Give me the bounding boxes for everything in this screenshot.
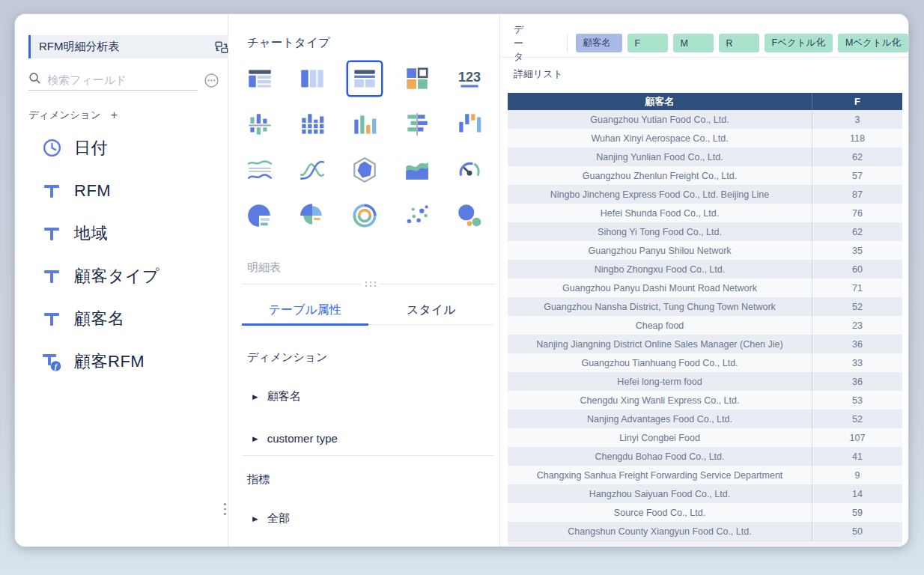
chart-type-bubble-icon[interactable]: [453, 199, 486, 232]
cell-customer-name: Chengdu Bohao Food Co., Ltd.: [508, 447, 812, 466]
field-pill-Fベクトル化[interactable]: Fベクトル化: [765, 34, 833, 52]
field-pill-R[interactable]: R: [719, 34, 759, 52]
chart-type-title: チャートタイプ: [247, 35, 330, 51]
chart-type-stacked-column-icon[interactable]: [243, 108, 276, 141]
cell-customer-name: Changxing Sanhua Freight Forwarding Serv…: [508, 466, 812, 484]
chart-type-gauge-icon[interactable]: [453, 153, 486, 186]
table-row: Cheap food23: [508, 316, 902, 335]
chart-type-waterfall-icon[interactable]: [453, 108, 486, 141]
cell-f-value: 52: [812, 297, 902, 316]
table-row: Changxing Sanhua Freight Forwarding Serv…: [508, 466, 902, 484]
table-row: Changshun County Xiangyun Food Co., Ltd.…: [508, 522, 902, 541]
more-options-icon[interactable]: [204, 73, 220, 89]
measure-item-list: ▶全部: [252, 497, 477, 539]
cell-customer-name: Linyi Congbei Food: [508, 428, 812, 447]
expand-arrow-icon[interactable]: ▶: [252, 514, 258, 522]
chart-type-bar-icon[interactable]: [401, 108, 434, 141]
column-header-f: F: [812, 93, 902, 110]
detail-table[interactable]: 顧客名 F Guangzhou Yutian Food Co., Ltd.3Wu…: [508, 93, 902, 546]
field-label: RFM: [74, 181, 111, 201]
cell-f-value: 62: [812, 147, 902, 166]
chart-type-detail-table-icon[interactable]: [348, 62, 381, 95]
chart-type-radar-icon[interactable]: [348, 153, 381, 186]
chart-name-label: 明細表: [247, 261, 281, 275]
chart-type-donut-icon[interactable]: [348, 199, 381, 232]
chart-type-stream-icon[interactable]: [243, 153, 276, 186]
chart-type-column-icon[interactable]: [296, 108, 329, 141]
clock-icon: [41, 138, 62, 159]
search-input[interactable]: [47, 73, 174, 86]
chart-type-kpi-card-icon[interactable]: 123: [453, 62, 486, 95]
table-row: Ningbo Jincheng Express Food Co., Ltd. B…: [508, 185, 902, 204]
cell-f-value: 107: [812, 428, 902, 447]
partial-row: [508, 541, 902, 546]
table-row: Wuhan Xinyi Aerospace Co., Ltd.118: [508, 129, 902, 147]
text-icon: [41, 223, 62, 244]
tab-table-attributes[interactable]: テーブル属性: [242, 297, 368, 324]
field-sidebar: RFM明細分析表 ディメンション + 日付RFM地域顧客タイプ顧客名f顧: [15, 14, 228, 547]
cell-customer-name: Guangzhou Zhenlun Freight Co., Ltd.: [508, 166, 812, 185]
field-label: 顧客名: [74, 308, 125, 330]
chart-type-grid: 123: [243, 62, 494, 232]
expand-item-customer type[interactable]: ▶customer type: [252, 417, 477, 459]
chart-type-scatter-icon[interactable]: [401, 199, 434, 232]
table-row: Nanjing Jiangning District Online Sales …: [508, 335, 902, 353]
expand-arrow-icon[interactable]: ▶: [252, 434, 258, 442]
expand-item-顧客名[interactable]: ▶顧客名: [252, 375, 477, 417]
expand-item-label: 全部: [267, 511, 290, 526]
expand-item-label: 顧客名: [267, 389, 301, 404]
field-item-2[interactable]: RFM: [41, 169, 221, 212]
table-row: Chengdu Bohao Food Co., Ltd.41: [508, 447, 902, 466]
chart-type-multicolor-column-icon[interactable]: [348, 108, 381, 141]
field-item-6[interactable]: f顧客RFM: [41, 340, 221, 383]
drag-handle-icon[interactable]: [362, 282, 380, 287]
chart-type-pie-icon[interactable]: [243, 199, 276, 232]
cell-f-value: 14: [812, 484, 902, 503]
add-field-button[interactable]: +: [111, 109, 118, 121]
cell-f-value: 35: [812, 241, 902, 260]
text-formula-icon: f: [41, 351, 62, 372]
cell-customer-name: Sihong Yi Tong Food Co., Ltd.: [508, 222, 812, 241]
chart-type-line-icon[interactable]: [296, 153, 329, 186]
chart-type-rose-icon[interactable]: [296, 199, 329, 232]
tab-style[interactable]: スタイル: [368, 297, 495, 324]
table-row: Chengdu Xing Wanli Express Co., Ltd.53: [508, 391, 902, 410]
table-row: Nanjing Yunlian Food Co., Ltd.62: [508, 147, 902, 166]
vertical-separator: [567, 34, 568, 52]
cell-customer-name: Wuhan Xinyi Aerospace Co., Ltd.: [508, 129, 812, 147]
data-label: データ: [514, 23, 532, 64]
cell-customer-name: Hangzhou Saiyuan Food Co., Ltd.: [508, 484, 812, 503]
field-item-5[interactable]: 顧客名: [41, 297, 221, 340]
field-pill-F[interactable]: F: [627, 34, 668, 52]
cell-customer-name: Ningbo Zhongxu Food Co., Ltd.: [508, 260, 812, 279]
field-pill-M[interactable]: M: [673, 34, 714, 52]
chart-type-grouped-table-icon[interactable]: [243, 62, 276, 95]
field-item-4[interactable]: 顧客タイプ: [41, 255, 221, 297]
chart-type-quadrant-icon[interactable]: [401, 62, 434, 95]
field-pill-顧客名[interactable]: 顧客名: [576, 34, 622, 52]
panel-resize-handle[interactable]: [224, 503, 226, 515]
expand-arrow-icon[interactable]: ▶: [252, 392, 258, 400]
cell-f-value: 76: [812, 204, 902, 222]
table-row: Sihong Yi Tong Food Co., Ltd.62: [508, 222, 902, 241]
field-item-3[interactable]: 地域: [41, 212, 221, 255]
cell-customer-name: Guangzhou Yutian Food Co., Ltd.: [508, 110, 812, 129]
cell-f-value: 36: [812, 372, 902, 391]
chart-type-cross-table-icon[interactable]: [296, 62, 329, 95]
table-row: Hangzhou Saiyuan Food Co., Ltd.14: [508, 484, 902, 503]
chart-type-area-icon[interactable]: [401, 153, 434, 186]
dimension-header-label: ディメンション: [28, 109, 101, 122]
field-item-1[interactable]: 日付: [41, 127, 221, 169]
field-pill-list: 顧客名FMRFベクトル化Mベクトル化: [576, 34, 908, 52]
cell-customer-name: Nanjing Advantages Food Co., Ltd.: [508, 410, 812, 428]
dimension-item-list: ▶顧客名▶customer type: [252, 375, 477, 459]
expand-item-全部[interactable]: ▶全部: [252, 497, 477, 539]
cell-f-value: 53: [812, 391, 902, 410]
table-body: Guangzhou Yutian Food Co., Ltd.3Wuhan Xi…: [508, 110, 902, 541]
field-pill-Mベクトル化[interactable]: Mベクトル化: [838, 34, 908, 52]
analysis-title-bar: RFM明細分析表: [28, 35, 234, 58]
cell-f-value: 57: [812, 166, 902, 185]
table-row: Guangzhou Panyu Shilou Network35: [508, 241, 902, 260]
table-row: Guangzhou Zhenlun Freight Co., Ltd.57: [508, 166, 902, 185]
table-row: Guangzhou Yutian Food Co., Ltd.3: [508, 110, 902, 129]
